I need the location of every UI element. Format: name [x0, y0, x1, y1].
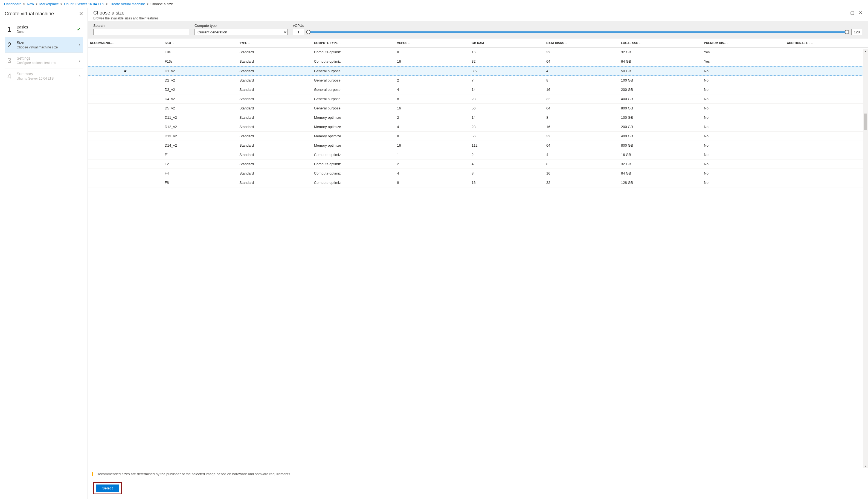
- vcpus-min-input[interactable]: [293, 29, 304, 35]
- wizard-step-settings: 3SettingsConfigure optional features›: [5, 53, 83, 69]
- cell: No: [702, 178, 785, 187]
- cell: D13_v2: [162, 132, 237, 141]
- close-icon[interactable]: ✕: [79, 11, 83, 17]
- scroll-up-icon[interactable]: ▴: [863, 49, 868, 53]
- slider-thumb-min[interactable]: [306, 30, 310, 34]
- cell: 16: [395, 104, 469, 113]
- table-row[interactable]: F8StandardCompute optimiz81632128 GBNo: [88, 178, 868, 187]
- cell: 8: [544, 113, 619, 122]
- table-row[interactable]: F8sStandardCompute optimiz8163232 GBYes: [88, 48, 868, 57]
- cell: 56: [469, 104, 544, 113]
- table-row[interactable]: D3_v2StandardGeneral purpose41416200 GBN…: [88, 85, 868, 94]
- wizard-panel: Create virtual machine ✕ 1BasicsDone✓2Si…: [0, 8, 88, 499]
- table-row[interactable]: D13_v2StandardMemory optimize85632400 GB…: [88, 132, 868, 141]
- table-row[interactable]: D14_v2StandardMemory optimize1611264800 …: [88, 141, 868, 150]
- cell: Standard: [237, 66, 312, 76]
- info-accent: [92, 472, 93, 476]
- cell: 64 GB: [619, 57, 702, 66]
- cell: F8s: [162, 48, 237, 57]
- chevron-right-icon: ›: [79, 74, 81, 78]
- cell: 400 GB: [619, 132, 702, 141]
- compute-type-select[interactable]: Current generation: [195, 29, 288, 35]
- cell: [88, 150, 162, 159]
- scroll-down-icon[interactable]: ▾: [863, 464, 868, 468]
- maximize-icon[interactable]: ▢: [850, 10, 854, 15]
- cell: 100 GB: [619, 76, 702, 85]
- column-header[interactable]: PREMIUM DIS...↑↓: [702, 39, 785, 48]
- breadcrumb-link[interactable]: Create virtual machine: [109, 2, 145, 6]
- step-subtitle: Choose virtual machine size: [17, 46, 79, 49]
- cell: Yes: [702, 57, 785, 66]
- column-header[interactable]: COMPUTE TYPE↑↓: [312, 39, 395, 48]
- column-label: TYPE: [240, 41, 247, 45]
- cell: No: [702, 66, 785, 76]
- cell: Yes: [702, 48, 785, 57]
- table-row[interactable]: D4_v2StandardGeneral purpose82832400 GBN…: [88, 94, 868, 104]
- column-header[interactable]: ADDITIONAL F...↑↓: [785, 39, 868, 48]
- cell: D2_v2: [162, 76, 237, 85]
- table-row[interactable]: D12_v2StandardMemory optimize42816200 GB…: [88, 122, 868, 132]
- column-header[interactable]: TYPE↑↓: [237, 39, 312, 48]
- cell: [88, 85, 162, 94]
- table-row[interactable]: F2StandardCompute optimiz24832 GBNo: [88, 159, 868, 169]
- cell: No: [702, 76, 785, 85]
- column-header[interactable]: VCPUS↑↓: [395, 39, 469, 48]
- scroll-thumb[interactable]: [864, 113, 867, 130]
- cell: 800 GB: [619, 141, 702, 150]
- step-title: Settings: [17, 56, 79, 60]
- size-table: RECOMMEND...↑↓SKU↑↓TYPE↑↓COMPUTE TYPE↑↓V…: [88, 39, 868, 187]
- column-header[interactable]: DATA DISKS↑↓: [544, 39, 619, 48]
- cell: 2: [395, 76, 469, 85]
- slider-thumb-max[interactable]: [845, 30, 849, 34]
- table-row[interactable]: F1StandardCompute optimiz12416 GBNo: [88, 150, 868, 159]
- cell: 4: [544, 150, 619, 159]
- select-button[interactable]: Select: [96, 485, 119, 492]
- sort-icon: ↑↓: [113, 42, 116, 45]
- cell: D1_v2: [162, 66, 237, 76]
- wizard-step-size[interactable]: 2SizeChoose virtual machine size›: [5, 37, 83, 53]
- breadcrumb-link[interactable]: Marketplace: [39, 2, 59, 6]
- cell: 16: [544, 122, 619, 132]
- table-row[interactable]: F4StandardCompute optimiz481664 GBNo: [88, 169, 868, 178]
- step-title: Summary: [17, 72, 79, 76]
- table-row[interactable]: D11_v2StandardMemory optimize2148100 GBN…: [88, 113, 868, 122]
- table-row[interactable]: D2_v2StandardGeneral purpose278100 GBNo: [88, 76, 868, 85]
- vertical-scrollbar[interactable]: ▴ ▾: [863, 49, 868, 468]
- search-input[interactable]: [93, 29, 189, 35]
- breadcrumb-link[interactable]: Ubuntu Server 16.04 LTS: [64, 2, 104, 6]
- column-header[interactable]: RECOMMEND...↑↓: [88, 39, 162, 48]
- table-row[interactable]: ★D1_v2StandardGeneral purpose13.5450 GBN…: [88, 66, 868, 76]
- vcpus-slider[interactable]: [306, 29, 849, 35]
- cell: No: [702, 94, 785, 104]
- cell: F2: [162, 159, 237, 169]
- cell: 1: [395, 66, 469, 76]
- cell: 3.5: [469, 66, 544, 76]
- vcpus-label: vCPUs: [293, 24, 862, 28]
- cell: 64: [544, 57, 619, 66]
- column-label: LOCAL SSD: [621, 41, 638, 45]
- table-row[interactable]: D5_v2StandardGeneral purpose165664800 GB…: [88, 104, 868, 113]
- cell: [785, 57, 868, 66]
- column-header[interactable]: LOCAL SSD↑↓: [619, 39, 702, 48]
- close-icon[interactable]: ✕: [859, 10, 862, 15]
- column-header[interactable]: GB RAM↑↓: [469, 39, 544, 48]
- cell: 2: [395, 159, 469, 169]
- cell: 14: [469, 85, 544, 94]
- vcpus-max-input[interactable]: [851, 29, 862, 35]
- chevron-right-icon: ›: [79, 43, 81, 47]
- cell: Memory optimize: [312, 122, 395, 132]
- cell: 8: [395, 94, 469, 104]
- cell: 16: [469, 178, 544, 187]
- cell: 32: [544, 48, 619, 57]
- column-header[interactable]: SKU↑↓: [162, 39, 237, 48]
- cell: 16: [469, 48, 544, 57]
- breadcrumb-link[interactable]: New: [27, 2, 34, 6]
- cell: 32: [544, 132, 619, 141]
- cell: Memory optimize: [312, 132, 395, 141]
- cell: Standard: [237, 159, 312, 169]
- search-label: Search: [93, 24, 189, 28]
- table-row[interactable]: F16sStandardCompute optimiz16326464 GBYe…: [88, 57, 868, 66]
- wizard-step-basics[interactable]: 1BasicsDone✓: [5, 22, 83, 37]
- breadcrumb-link[interactable]: Dashboard: [4, 2, 22, 6]
- sort-icon: ↑↓: [811, 42, 813, 45]
